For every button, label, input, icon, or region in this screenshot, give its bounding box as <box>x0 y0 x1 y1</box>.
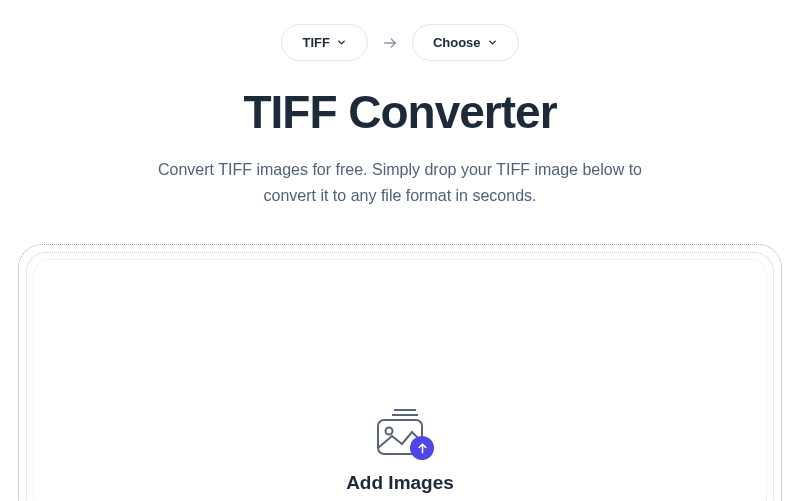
add-images-title: Add Images <box>346 472 454 494</box>
page-title: TIFF Converter <box>18 85 782 139</box>
chevron-down-icon <box>336 37 347 48</box>
image-upload-icon <box>372 408 428 458</box>
upload-arrow-icon <box>410 436 434 460</box>
page-description: Convert TIFF images for free. Simply dro… <box>140 157 660 208</box>
dropzone-wrapper: Add Images Drag & Drop or Select Images <box>18 244 782 501</box>
source-format-button[interactable]: TIFF <box>281 24 367 61</box>
source-format-label: TIFF <box>302 35 329 50</box>
target-format-button[interactable]: Choose <box>412 24 519 61</box>
file-dropzone[interactable]: Add Images Drag & Drop or Select Images <box>18 244 782 501</box>
arrow-right-icon <box>382 35 398 51</box>
target-format-label: Choose <box>433 35 481 50</box>
chevron-down-icon <box>487 37 498 48</box>
converter-page: TIFF Choose TIFF Converter Convert TIFF … <box>0 0 800 501</box>
svg-point-4 <box>386 428 393 435</box>
format-selector-row: TIFF Choose <box>18 24 782 61</box>
